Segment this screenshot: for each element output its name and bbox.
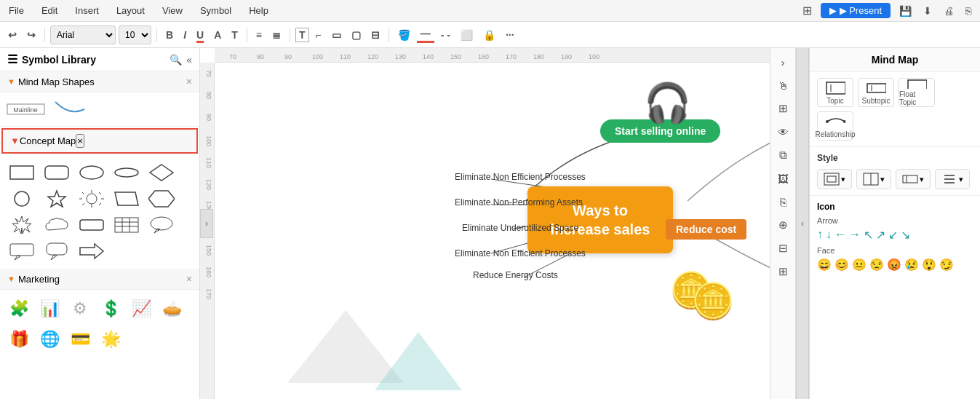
align-multi-button[interactable]: ≣ [268, 28, 284, 42]
font-color-button[interactable]: A [210, 28, 225, 42]
shape-starburst[interactable] [6, 213, 38, 237]
shape-speech-round[interactable] [146, 213, 178, 237]
marketing-section[interactable]: ▼ Marketing × [0, 269, 199, 290]
layers-tool-btn[interactable]: ⧉ [772, 144, 794, 166]
arrow-upleft[interactable]: ↖ [864, 228, 873, 242]
underline-button[interactable]: U [193, 28, 207, 42]
marketing-close[interactable]: × [186, 273, 192, 285]
style-btn-2[interactable]: ▾ [856, 169, 891, 189]
menu-item-symbol[interactable]: Symbol [197, 4, 234, 17]
menu-item-edit[interactable]: Edit [39, 4, 60, 17]
relationship-option[interactable]: Relationship [817, 111, 853, 141]
view-tool-btn[interactable]: 👁 [772, 121, 794, 143]
collapse-button[interactable]: › [200, 209, 213, 238]
sub-item-3[interactable]: Eliminate Underutilized Space [462, 223, 578, 233]
topic-option[interactable]: Topic [817, 78, 853, 107]
face-6[interactable]: 😢 [904, 258, 919, 272]
line-color-button[interactable]: — [417, 26, 434, 43]
shape-star[interactable] [41, 187, 73, 210]
present-button[interactable]: ▶ ▶ Present [821, 3, 891, 18]
arrow-left[interactable]: ← [834, 228, 846, 242]
mkt-gear[interactable]: ⚙ [67, 296, 93, 322]
image-tool-btn[interactable]: 🖼 [772, 167, 794, 189]
mkt-trending[interactable]: 📈 [128, 296, 154, 322]
more-button[interactable]: ··· [502, 28, 518, 42]
mkt-globe[interactable]: 🌐 [36, 326, 63, 352]
sub-item-2[interactable]: Eliminate Non-Performing Assets [455, 197, 583, 208]
mind-map-shape-main[interactable]: Mainline [6, 101, 46, 117]
mind-map-section[interactable]: ▼ Mind Map Shapes × [0, 71, 199, 92]
shape2-button[interactable]: ▢ [348, 28, 364, 42]
face-2[interactable]: 😊 [834, 258, 849, 272]
subtopic-option[interactable]: Subtopic [858, 78, 894, 107]
hierarchy-tool-btn[interactable]: ⊕ [772, 214, 794, 236]
menu-item-file[interactable]: File [6, 4, 27, 17]
shape-table[interactable] [111, 213, 143, 237]
mind-map-shape-curve[interactable] [52, 98, 88, 120]
collapse-icon[interactable]: « [186, 54, 192, 66]
no-border-button[interactable]: ⬜ [457, 28, 477, 42]
central-node[interactable]: Ways to increase sales [527, 186, 673, 253]
shape-wide-ellipse[interactable] [111, 161, 143, 184]
shape-speech-rect[interactable] [6, 240, 38, 263]
arrow-right[interactable]: → [849, 228, 861, 242]
arrow-downright[interactable]: ↘ [901, 228, 910, 242]
save-icon[interactable]: 💾 [896, 4, 915, 18]
menu-item-layout[interactable]: Layout [113, 4, 148, 17]
shape-callout[interactable] [41, 240, 73, 263]
table-tool-btn[interactable]: ⊟ [772, 237, 794, 259]
text-box-button[interactable]: T [295, 28, 309, 42]
italic-button[interactable]: I [180, 28, 190, 42]
menu-item-view[interactable]: View [159, 4, 186, 17]
lock-button[interactable]: 🔒 [479, 28, 499, 42]
mkt-gift[interactable]: 🎁 [6, 326, 32, 352]
print-icon[interactable]: 🖨 [941, 4, 957, 18]
menu-item-help[interactable]: Help [246, 4, 271, 17]
face-1[interactable]: 😄 [817, 258, 832, 272]
sub-item-4[interactable]: Eliminate Non Efficient Processes [455, 248, 586, 258]
share-tool-btn[interactable]: ⎘ [772, 191, 794, 213]
arrow-down[interactable]: ↓ [826, 228, 832, 242]
face-3[interactable]: 😐 [852, 258, 867, 272]
reduce-cost-node[interactable]: Reduce cost [666, 219, 746, 240]
sub-item-1[interactable]: Eliminate Non Efficient Processes [455, 172, 586, 182]
download-icon[interactable]: ⬇ [920, 4, 935, 18]
redo-button[interactable]: ↪ [23, 28, 39, 42]
search-icon[interactable]: 🔍 [170, 54, 182, 66]
font-size-select[interactable]: 10 12 14 16 18 [119, 25, 151, 44]
mkt-star[interactable]: 🌟 [97, 326, 124, 352]
mkt-chart[interactable]: 📊 [36, 296, 63, 322]
mkt-pie[interactable]: 🥧 [159, 296, 185, 322]
expand-panels-btn[interactable]: › [772, 51, 794, 73]
style-btn-1[interactable]: ▾ [817, 169, 852, 189]
arrow-up[interactable]: ↑ [817, 228, 823, 242]
mkt-puzzle[interactable]: 🧩 [6, 296, 32, 322]
face-8[interactable]: 😏 [939, 258, 954, 272]
mkt-dollar[interactable]: 💲 [97, 296, 124, 322]
shape-arrow-right[interactable] [76, 240, 108, 263]
shape-cloud[interactable] [41, 213, 73, 237]
face-5[interactable]: 😡 [887, 258, 901, 272]
select-tool-btn[interactable]: 🖱 [772, 74, 794, 96]
bottom-tool-btn[interactable]: ⊞ [772, 261, 794, 283]
arrow-downleft[interactable]: ↙ [888, 228, 898, 242]
menu-item-insert[interactable]: Insert [72, 4, 102, 17]
shape-parallelogram[interactable] [111, 187, 143, 210]
mkt-credit[interactable]: 💳 [67, 326, 93, 352]
mind-map-close[interactable]: × [186, 76, 192, 87]
text-icon-button[interactable]: T [228, 28, 242, 42]
shape-diamond[interactable] [146, 161, 178, 184]
library-tool-btn[interactable]: ⊞ [772, 98, 794, 119]
sub-item-5[interactable]: Reduce Energy Costs [473, 270, 558, 280]
undo-button[interactable]: ↩ [4, 28, 20, 42]
shape-ellipse[interactable] [76, 161, 108, 184]
style-btn-3[interactable]: ▾ [896, 169, 931, 189]
align-left-button[interactable]: ≡ [252, 28, 266, 42]
concept-map-section[interactable]: ▼ Concept Map × [1, 128, 198, 154]
share-icon[interactable]: ⎘ [963, 4, 974, 18]
shape-hexagon[interactable] [146, 187, 178, 210]
style-btn-4[interactable]: ▾ [935, 169, 970, 189]
dash-button[interactable]: - - [437, 28, 454, 42]
shape-rounded-box[interactable] [76, 213, 108, 237]
face-7[interactable]: 😲 [922, 258, 936, 272]
